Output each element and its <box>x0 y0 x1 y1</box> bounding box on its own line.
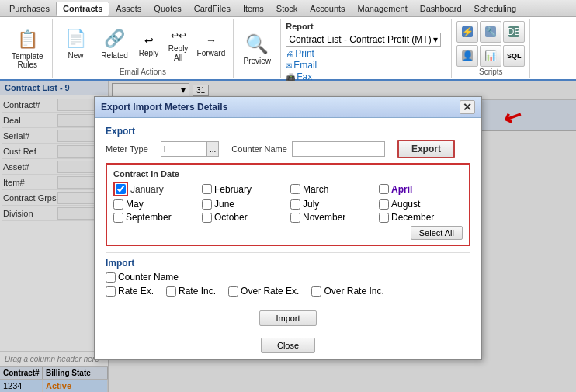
nav-item-assets[interactable]: Assets <box>109 2 147 15</box>
over-rate-ex-checkbox[interactable] <box>228 286 238 297</box>
month-april[interactable]: April <box>379 182 463 196</box>
june-label: June <box>214 199 234 210</box>
month-july[interactable]: July <box>290 199 374 210</box>
over-rate-inc-checkbox[interactable] <box>311 286 321 297</box>
month-january[interactable]: January <box>113 182 197 196</box>
script-icon-4[interactable]: 👤 <box>456 45 478 67</box>
november-checkbox[interactable] <box>290 213 300 223</box>
report-dropdown[interactable]: Contract List - Contract Profit (MT) ▾ <box>286 33 441 47</box>
reply-icon: ↩ <box>141 32 158 49</box>
rate-inc-label: Rate Inc. <box>179 286 216 297</box>
new-button[interactable]: 📄 New <box>57 24 95 62</box>
counter-name-checkbox[interactable] <box>106 272 116 283</box>
script-icon-1[interactable]: ⚡ <box>456 21 478 43</box>
nav-item-stock[interactable]: Stock <box>270 2 304 15</box>
preview-buttons-row: 🔍 Preview <box>238 20 276 76</box>
red-arrow-indicator: ↙ <box>499 102 526 133</box>
rate-ex-checkbox[interactable] <box>106 286 116 297</box>
export-section-label: Export <box>106 126 470 137</box>
reply-label: Reply <box>139 49 159 58</box>
nav-item-scheduling[interactable]: Scheduling <box>468 2 522 15</box>
forward-button[interactable]: → Forward <box>194 30 229 60</box>
june-checkbox[interactable] <box>202 199 212 210</box>
select-all-button[interactable]: Select All <box>411 226 463 240</box>
counter-name-import-label: Counter Name <box>118 272 179 283</box>
modal-close-button[interactable]: ✕ <box>460 100 475 114</box>
import-rate-inc[interactable]: Rate Inc. <box>166 286 216 297</box>
october-checkbox[interactable] <box>202 213 212 223</box>
reply-all-button[interactable]: ↩↩ ReplyAll <box>165 26 193 64</box>
reply-button[interactable]: ↩ Reply <box>135 30 163 60</box>
report-dropdown-value: Contract List - Contract Profit (MT) <box>289 34 431 45</box>
january-checkbox[interactable] <box>116 184 126 194</box>
april-checkbox[interactable] <box>379 184 389 194</box>
meter-type-label: Meter Type <box>106 144 156 154</box>
december-checkbox[interactable] <box>379 213 389 223</box>
date-group-label: Contract In Date <box>113 169 463 179</box>
svg-text:🔧: 🔧 <box>485 26 497 37</box>
september-checkbox[interactable] <box>113 213 123 223</box>
template-rules-button[interactable]: 📋 TemplateRules <box>8 25 47 71</box>
month-february[interactable]: February <box>202 182 286 196</box>
script-icon-2[interactable]: 🔧 <box>480 21 501 43</box>
report-section: Report Contract List - Contract Profit (… <box>281 19 452 78</box>
import-counter-name[interactable]: Counter Name <box>106 272 179 283</box>
email-button[interactable]: ✉ Email <box>286 60 446 71</box>
report-title: Report <box>286 22 446 31</box>
september-label: September <box>126 212 172 223</box>
nav-item-purchases[interactable]: Purchases <box>3 2 56 15</box>
nav-item-items[interactable]: Items <box>237 2 270 15</box>
february-checkbox[interactable] <box>202 184 212 194</box>
import-over-rate-inc[interactable]: Over Rate Inc. <box>311 286 383 297</box>
meter-type-row: Meter Type ... Counter Name Export <box>106 140 470 158</box>
rate-inc-checkbox[interactable] <box>166 286 176 297</box>
right-panel: ▾ 31 TemplateBilling TotalEx. Last MBill… <box>109 81 576 392</box>
nav-item-quotes[interactable]: Quotes <box>147 2 187 15</box>
related-button[interactable]: 🔗 Related <box>96 24 134 62</box>
template-rules-icon: 📋 <box>15 27 40 52</box>
meter-type-input[interactable] <box>161 141 207 157</box>
month-june[interactable]: June <box>202 199 286 210</box>
script-icon-sql[interactable]: SQL <box>503 45 525 67</box>
import-section: Import Counter Name Rate Ex. <box>106 252 470 297</box>
reply-all-icon: ↩↩ <box>170 27 187 44</box>
nav-item-cardfiles[interactable]: CardFiles <box>188 2 237 15</box>
august-checkbox[interactable] <box>379 199 389 210</box>
main-content: Contract List - 9 Contract# Deal Serial#… <box>0 81 576 392</box>
meter-type-browse-btn[interactable]: ... <box>207 141 219 157</box>
script-icon-5[interactable]: 📊 <box>480 45 501 67</box>
july-label: July <box>303 199 319 210</box>
counter-name-input[interactable] <box>292 141 385 157</box>
month-september[interactable]: September <box>113 212 197 223</box>
import-rate-ex[interactable]: Rate Ex. <box>106 286 154 297</box>
close-button[interactable]: Close <box>261 338 315 353</box>
month-march[interactable]: March <box>290 182 374 196</box>
export-button[interactable]: Export <box>397 140 455 158</box>
preview-button[interactable]: 🔍 Preview <box>238 29 276 68</box>
import-button[interactable]: Import <box>259 310 316 326</box>
month-may[interactable]: May <box>113 199 197 210</box>
script-icon-3[interactable]: DB <box>503 21 525 43</box>
scripts-section: ⚡ 🔧 DB 👤 📊 SQL Scripts <box>452 19 530 78</box>
import-over-rate-ex[interactable]: Over Rate Ex. <box>228 286 299 297</box>
scripts-icons-row: ⚡ 🔧 DB <box>456 20 525 43</box>
import-checkboxes-row2: Rate Ex. Rate Inc. Over Rate Ex. <box>106 286 470 297</box>
july-checkbox[interactable] <box>290 199 300 210</box>
nav-item-dashboard[interactable]: Dashboard <box>414 2 468 15</box>
march-checkbox[interactable] <box>290 184 300 194</box>
nav-item-management[interactable]: Management <box>352 2 414 15</box>
import-btn-row: Import <box>95 307 481 331</box>
month-october[interactable]: October <box>202 212 286 223</box>
may-checkbox[interactable] <box>113 199 123 210</box>
ribbon-group-email: 📄 New 🔗 Related ↩ Reply ↩↩ ReplyAll → Fo… <box>53 19 234 78</box>
nav-item-contracts[interactable]: Contracts <box>56 2 109 16</box>
month-august[interactable]: August <box>379 199 463 210</box>
import-checkboxes-row1: Counter Name <box>106 272 470 283</box>
nav-bar: Purchases Contracts Assets Quotes CardFi… <box>0 0 576 17</box>
december-label: December <box>391 212 434 223</box>
print-button[interactable]: 🖨 Print <box>286 48 446 59</box>
scripts-label: Scripts <box>479 68 503 76</box>
month-december[interactable]: December <box>379 212 463 223</box>
month-november[interactable]: November <box>290 212 374 223</box>
nav-item-accounts[interactable]: Accounts <box>304 2 351 15</box>
